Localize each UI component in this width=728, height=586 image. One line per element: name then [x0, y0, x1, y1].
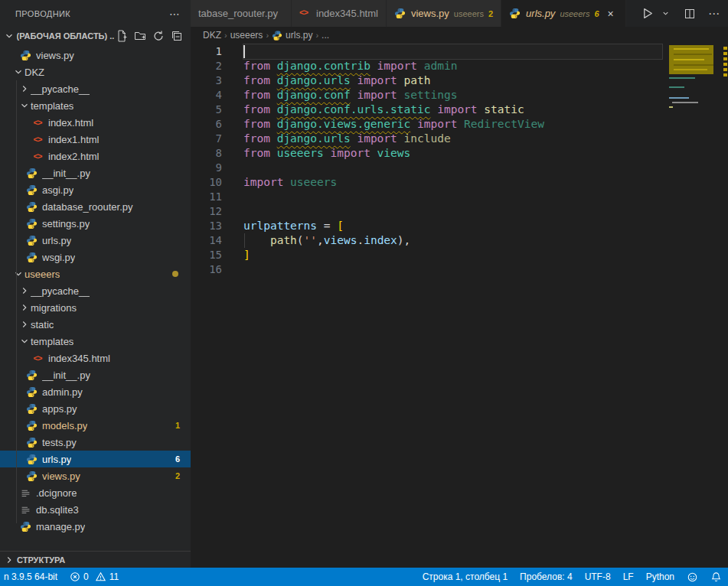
tab-urls-py[interactable]: urls.pyuseeers6×: [501, 0, 626, 27]
tab-directory-hint: useeers: [454, 9, 484, 18]
encoding-status[interactable]: UTF-8: [579, 568, 617, 586]
tree-file-index-html[interactable]: <>index.html: [0, 114, 191, 131]
tree-file-db-sqlite3[interactable]: db.sqlite3: [0, 501, 191, 518]
tree-folder-templates[interactable]: templates: [0, 97, 191, 114]
python-interpreter-status[interactable]: n 3.9.5 64-bit: [0, 568, 64, 586]
breadcrumb-item[interactable]: useeers: [230, 30, 263, 41]
new-folder-icon[interactable]: [134, 30, 146, 42]
code-line-1[interactable]: [243, 44, 662, 59]
tree-file-views-py[interactable]: views.py: [0, 47, 191, 63]
tree-folder-useeers[interactable]: useeers: [0, 265, 191, 282]
tree-file-models-py[interactable]: models.py1: [0, 417, 191, 434]
code-line-8[interactable]: from useeers import views: [243, 146, 728, 161]
code-lines[interactable]: from django.contrib import adminfrom dja…: [227, 44, 728, 568]
tree-file-index2-html[interactable]: <>index2.html: [0, 148, 191, 164]
breadcrumb-item[interactable]: DKZ: [203, 30, 221, 41]
tree-folder-migrations[interactable]: migrations: [0, 299, 191, 316]
code-line-11[interactable]: [243, 190, 728, 204]
outline-section-header[interactable]: СТРУКТУРА: [0, 551, 191, 568]
tab-views-py[interactable]: views.pyuseeers2: [387, 0, 501, 27]
refresh-icon[interactable]: [152, 30, 165, 42]
indent-spacer: [18, 419, 24, 431]
chevron-right-icon: [18, 285, 31, 297]
warning-icon: [95, 571, 106, 582]
problems-status[interactable]: 0 11: [64, 568, 125, 586]
split-editor-button[interactable]: [681, 5, 698, 22]
notifications-bell-icon[interactable]: [704, 568, 728, 586]
code-line-2[interactable]: from django.contrib import admin: [243, 59, 728, 73]
tree-file-index1-html[interactable]: <>index1.html: [0, 131, 191, 148]
code-line-14[interactable]: path('',views.index),: [243, 233, 728, 248]
code-line-4[interactable]: from django.conf import settings: [243, 88, 728, 103]
feedback-icon[interactable]: [681, 568, 704, 586]
tree-folder-static[interactable]: static: [0, 316, 191, 333]
tree-file-manage-py[interactable]: manage.py: [0, 518, 191, 535]
close-icon[interactable]: ×: [604, 7, 618, 21]
tree-file-views-py[interactable]: views.py2: [0, 467, 191, 484]
indentation-status[interactable]: Пробелов: 4: [514, 568, 579, 586]
code-line-10[interactable]: import useeers: [243, 175, 728, 190]
explorer-more-actions-icon[interactable]: ⋯: [165, 6, 184, 21]
chevron-down-icon: [18, 335, 31, 347]
code-line-6[interactable]: from django.views.generic import Redirec…: [243, 117, 728, 132]
tree-file-database-roouter-py[interactable]: database_roouter.py: [0, 198, 191, 215]
code-token: from: [243, 118, 277, 130]
py-file-icon: [394, 8, 406, 20]
code-token: import: [417, 118, 464, 130]
code-editor[interactable]: 12345678910111213141516 from django.cont…: [191, 44, 728, 568]
tree-file-tests-py[interactable]: tests.py: [0, 434, 191, 451]
tree-file-urls-py[interactable]: urls.py: [0, 232, 191, 249]
code-token: import: [437, 103, 484, 116]
indent-spacer: [18, 234, 24, 246]
code-line-5[interactable]: from django.conf.urls.static import stat…: [243, 103, 728, 117]
tab-tabase-roouter-py[interactable]: tabase_roouter.py: [191, 0, 292, 27]
tree-file-wsgi-py[interactable]: wsgi.py: [0, 249, 191, 265]
breadcrumb-item[interactable]: urls.py: [286, 30, 312, 41]
tab-index345-html[interactable]: <>index345.html: [292, 0, 387, 27]
code-line-7[interactable]: from django.urls import include: [243, 132, 728, 146]
more-actions-icon[interactable]: ⋯: [706, 5, 722, 22]
tree-file-urls-py[interactable]: urls.py6: [0, 451, 191, 467]
code-token: path: [404, 74, 431, 86]
indent-spacer: [18, 402, 24, 415]
workspace-section-header[interactable]: (РАБОЧАЯ ОБЛАСТЬ) ...: [0, 27, 191, 45]
tree-folder--pycache-[interactable]: __pycache__: [0, 80, 191, 97]
tree-folder-dkz[interactable]: DKZ: [0, 63, 191, 80]
tree-file--dcignore[interactable]: .dcignore: [0, 484, 191, 501]
tree-file-admin-py[interactable]: admin.py: [0, 383, 191, 400]
code-line-15[interactable]: ]: [243, 248, 728, 262]
run-python-file-button[interactable]: [638, 5, 656, 22]
run-dropdown-chevron-icon[interactable]: [659, 5, 672, 22]
code-line-16[interactable]: [243, 262, 728, 277]
tree-file-apps-py[interactable]: apps.py: [0, 400, 191, 417]
indent-spacer: [18, 453, 24, 465]
status-bar: n 3.9.5 64-bit 0 11 Строка 1, столбец 1П…: [0, 568, 728, 586]
language-mode-status[interactable]: Python: [640, 568, 681, 586]
code-line-13[interactable]: urlpatterns = [: [243, 219, 728, 233]
tree-folder-templates[interactable]: templates: [0, 333, 191, 350]
line-number: 1: [191, 44, 227, 59]
cursor-position-status[interactable]: Строка 1, столбец 1: [416, 568, 514, 586]
breadcrumb-item[interactable]: ...: [322, 30, 329, 41]
breadcrumb[interactable]: DKZ›useeers›urls.py›...: [191, 27, 728, 44]
eol-status[interactable]: LF: [617, 568, 640, 586]
tree-file--init-py[interactable]: __init__.py: [0, 366, 191, 383]
tree-item-label: DKZ: [24, 67, 44, 78]
collapse-all-icon[interactable]: [171, 30, 183, 42]
code-line-3[interactable]: from django.urls import path: [243, 73, 728, 88]
chevron-right-icon: [18, 318, 31, 330]
tree-folder--pycache-[interactable]: __pycache__: [0, 282, 191, 299]
new-file-icon[interactable]: [116, 30, 128, 42]
tree-file-settings-py[interactable]: settings.py: [0, 215, 191, 232]
tree-file-asgi-py[interactable]: asgi.py: [0, 181, 191, 198]
problems-count-badge: 1: [175, 421, 180, 430]
minimap[interactable]: [668, 44, 723, 568]
indent-spacer: [18, 470, 24, 482]
code-token: settings: [404, 89, 458, 101]
tree-item-label: __init__.py: [42, 168, 90, 179]
tree-file-index345-html[interactable]: <>index345.html: [0, 350, 191, 366]
overview-ruler[interactable]: [723, 44, 728, 568]
code-line-9[interactable]: [243, 161, 728, 175]
code-line-12[interactable]: [243, 204, 728, 219]
tree-file--init-py[interactable]: __init__.py: [0, 164, 191, 181]
